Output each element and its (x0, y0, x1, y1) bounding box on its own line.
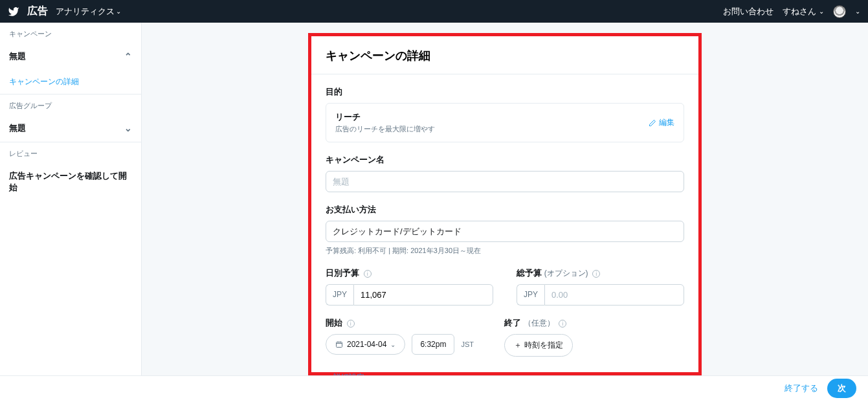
topnav-left: 広告 アナリティクス ⌄ (8, 5, 121, 18)
goal-section: 目的 リーチ 広告のリーチを最大限に増やす 編集 (326, 86, 684, 142)
payment-label: お支払い方法 (326, 204, 684, 216)
sidebar: キャンペーン 無題 ⌃ キャンペーンの詳細 広告グループ 無題 ⌄ レビュー 広… (0, 23, 142, 375)
total-budget-col: 総予算 (オプション) i JPY (517, 267, 684, 306)
payment-hint: 予算残高: 利用不可 | 期間: 2021年3月30日～現在 (326, 246, 684, 256)
end-optional: （任意） (524, 318, 555, 328)
calendar-icon (335, 340, 343, 348)
chevron-down-icon: ⌄ (116, 8, 121, 15)
start-date-picker[interactable]: 2021-04-04 ⌄ (326, 334, 405, 355)
plus-icon: ＋ (514, 340, 522, 351)
svg-rect-0 (337, 342, 342, 348)
total-budget-label: 総予算 (オプション) i (517, 267, 684, 279)
end-col: 終了 （任意） i ＋ 時刻を指定 (504, 317, 573, 357)
card-body: 目的 リーチ 広告のリーチを最大限に増やす 編集 (311, 74, 698, 397)
chevron-down-icon: ⌄ (124, 123, 132, 133)
info-icon[interactable]: i (592, 270, 600, 278)
card-title: キャンペーンの詳細 (311, 36, 698, 74)
brand-title: 広告 (27, 5, 48, 18)
twitter-logo-icon (8, 6, 19, 17)
start-label: 開始 i (326, 317, 481, 329)
end-label: 終了 （任意） i (504, 317, 573, 329)
total-budget-wrap: JPY (517, 284, 684, 306)
avatar[interactable] (833, 5, 846, 18)
campaign-details-card: キャンペーンの詳細 目的 リーチ 広告のリーチを最大限に増やす (308, 33, 702, 375)
daily-budget-wrap: JPY (326, 284, 493, 306)
campaign-name-section: キャンペーン名 (326, 154, 684, 192)
start-col: 開始 i 2021-04-04 ⌄ 6:32pm (326, 317, 481, 357)
goal-label: 目的 (326, 86, 684, 98)
total-budget-input[interactable] (544, 284, 684, 306)
budget-row: 日別予算 i JPY 総予算 (オプション) i (326, 267, 684, 306)
goal-desc: 広告のリーチを最大限に増やす (335, 124, 435, 134)
set-time-label: 時刻を指定 (524, 340, 563, 351)
start-date-value: 2021-04-04 (347, 340, 386, 349)
edit-goal-button[interactable]: 編集 (649, 117, 674, 128)
payment-section: お支払い方法 予算残高: 利用不可 | 期間: 2021年3月30日～現在 (326, 204, 684, 256)
end-label-text: 終了 (504, 318, 521, 328)
start-date-row: 2021-04-04 ⌄ 6:32pm JST (326, 334, 481, 355)
layout: キャンペーン 無題 ⌃ キャンペーンの詳細 広告グループ 無題 ⌄ レビュー 広… (0, 23, 868, 375)
analytics-label: アナリティクス (56, 6, 115, 17)
set-end-time-button[interactable]: ＋ 時刻を指定 (504, 334, 573, 357)
sidebar-item-label: 無題 (9, 50, 26, 62)
pencil-icon (649, 119, 656, 127)
timezone-label: JST (461, 340, 474, 348)
info-icon[interactable]: i (347, 320, 355, 328)
total-budget-optional: (オプション) (544, 269, 588, 278)
user-menu[interactable]: すねさん ⌄ (783, 6, 824, 17)
campaign-name-input[interactable] (326, 171, 684, 192)
daily-budget-col: 日別予算 i JPY (326, 267, 493, 306)
analytics-menu[interactable]: アナリティクス ⌄ (56, 6, 121, 17)
start-label-text: 開始 (326, 318, 342, 328)
daily-budget-label-text: 日別予算 (326, 268, 359, 278)
sidebar-review-label: レビュー (0, 142, 141, 162)
sidebar-item-campaign-details[interactable]: キャンペーンの詳細 (0, 70, 141, 94)
currency-prefix: JPY (326, 284, 353, 306)
sidebar-item-campaign-untitled[interactable]: 無題 ⌃ (0, 43, 141, 70)
next-button[interactable]: 次 (827, 379, 856, 398)
start-time-input[interactable]: 6:32pm (412, 334, 454, 355)
main-content: キャンペーンの詳細 目的 リーチ 広告のリーチを最大限に増やす (142, 23, 868, 375)
info-icon[interactable]: i (364, 270, 372, 278)
sidebar-item-label: 無題 (9, 122, 26, 134)
sidebar-item-confirm-start[interactable]: 広告キャンペーンを確認して開始 (0, 162, 141, 201)
chevron-down-icon: ⌄ (819, 8, 824, 15)
schedule-row: 開始 i 2021-04-04 ⌄ 6:32pm (326, 317, 684, 357)
edit-label: 編集 (659, 117, 674, 128)
chevron-down-icon: ⌄ (390, 341, 395, 348)
sidebar-item-adgroup-untitled[interactable]: 無題 ⌄ (0, 115, 141, 142)
topnav-right: お問い合わせ すねさん ⌄ ⌄ (723, 5, 860, 18)
campaign-name-label: キャンペーン名 (326, 154, 684, 166)
chevron-up-icon: ⌃ (124, 51, 132, 61)
footer-bar: 終了する 次 (0, 375, 868, 400)
contact-link[interactable]: お問い合わせ (723, 6, 773, 17)
top-nav: 広告 アナリティクス ⌄ お問い合わせ すねさん ⌄ ⌄ (0, 0, 868, 23)
sidebar-campaign-label: キャンペーン (0, 23, 141, 43)
payment-select[interactable] (326, 221, 684, 242)
total-budget-label-text: 総予算 (517, 268, 542, 278)
exit-link[interactable]: 終了する (785, 383, 818, 394)
goal-box: リーチ 広告のリーチを最大限に増やす 編集 (326, 103, 684, 142)
chevron-down-icon: ⌄ (855, 8, 860, 15)
daily-budget-input[interactable] (353, 284, 493, 306)
daily-budget-label: 日別予算 i (326, 267, 493, 279)
sidebar-adgroup-label: 広告グループ (0, 94, 141, 115)
currency-prefix: JPY (517, 284, 544, 306)
goal-text: リーチ 広告のリーチを最大限に増やす (335, 111, 435, 134)
username-label: すねさん (783, 6, 816, 17)
goal-name: リーチ (335, 111, 435, 123)
info-icon[interactable]: i (559, 320, 566, 328)
